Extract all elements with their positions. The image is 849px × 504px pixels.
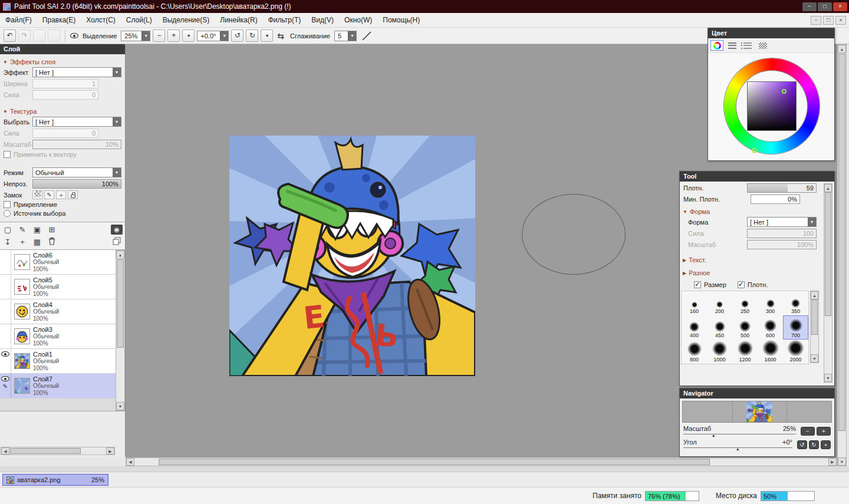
blend-mode-dropdown[interactable]: Обычный▼	[32, 167, 121, 177]
texture-scale-slider[interactable]: 10%	[32, 140, 121, 149]
scroll-up-icon[interactable]: ▲	[811, 291, 818, 299]
menu-линейка[interactable]: Линейка(R)	[215, 14, 262, 27]
delete-layer-icon[interactable]	[47, 237, 57, 247]
texture-section[interactable]: ▼Текстура	[3, 108, 122, 115]
menu-выделение[interactable]: Выделение(S)	[157, 14, 215, 27]
rgb-sliders-tab[interactable]	[726, 40, 739, 51]
zoom-reset-button[interactable]: ▪	[182, 29, 195, 42]
layer-visibility-toggle[interactable]	[0, 299, 11, 324]
chevron-down-icon[interactable]: ▼	[113, 68, 121, 77]
invert-selection-button[interactable]	[48, 29, 60, 42]
brush-size-300[interactable]: 300	[758, 291, 783, 315]
selection-source-radio[interactable]	[4, 210, 11, 217]
effect-width-field[interactable]: 1	[32, 79, 98, 88]
lock-paint-icon[interactable]: ✎	[44, 190, 54, 199]
redo-button[interactable]: ↷	[18, 29, 31, 42]
scroll-up-icon[interactable]: ▲	[116, 251, 124, 259]
texture-strength-field[interactable]: 0	[32, 129, 98, 138]
canvas-vertical-scrollbar[interactable]: ▲ ▼	[837, 44, 847, 466]
brush-size-1000[interactable]: 1000	[707, 340, 732, 364]
add-icon[interactable]: +	[17, 238, 28, 246]
brush-size-500[interactable]: 500	[732, 315, 758, 340]
scroll-right-icon[interactable]: ▶	[828, 458, 837, 466]
window-minimize-button[interactable]: −	[802, 2, 817, 11]
canvas-image[interactable]	[229, 136, 475, 376]
brush-size-600[interactable]: 600	[758, 315, 783, 340]
window-close-button[interactable]: ×	[833, 2, 847, 11]
document-restore-button[interactable]: □	[823, 16, 834, 25]
brush-size-250[interactable]: 250	[732, 291, 758, 315]
navigator-scale-slider[interactable]: ▲	[683, 433, 796, 437]
hsv-sliders-tab[interactable]	[741, 40, 754, 51]
brush-size-350[interactable]: 350	[783, 291, 808, 315]
brush-size-1600[interactable]: 1600	[758, 340, 783, 364]
shape-dropdown[interactable]: [ Нет ]▼	[747, 217, 817, 227]
lock-move-icon[interactable]: ＋	[56, 190, 66, 199]
window-maximize-button[interactable]: □	[818, 2, 832, 11]
canvas-horizontal-scrollbar[interactable]: ◀ ▶	[126, 457, 837, 466]
scrollbar-thumb[interactable]	[825, 192, 831, 316]
shape-scale-slider[interactable]: 100%	[747, 240, 817, 249]
layer-effects-section[interactable]: ▼Эффекты слоя	[3, 58, 122, 65]
new-layer-icon[interactable]: ▢	[2, 225, 13, 234]
menu-правка[interactable]: Правка(E)	[37, 14, 81, 27]
texture-tool-section[interactable]: ▶Текст.	[683, 256, 817, 263]
flip-horizontal-icon[interactable]: ⇆	[277, 31, 284, 41]
scroll-down-icon[interactable]: ▼	[838, 457, 846, 466]
lock-all-icon[interactable]	[68, 190, 78, 199]
brush-size-160[interactable]: 160	[682, 291, 707, 315]
brush-size-200[interactable]: 200	[707, 291, 732, 315]
slider-marker-icon[interactable]: ▲	[736, 447, 740, 451]
texture-dropdown[interactable]: [ Нет ]▼	[32, 117, 121, 127]
scrollbar-thumb[interactable]	[159, 459, 710, 465]
layer-row-sloy1[interactable]: Слой1 Обычный 100%	[0, 349, 116, 374]
eye-icon[interactable]	[1, 376, 9, 381]
layer-visibility-toggle[interactable]	[0, 275, 11, 299]
menu-файл[interactable]: Файл(F)	[0, 14, 37, 27]
color-wheel-tab[interactable]	[710, 40, 723, 51]
menu-слой[interactable]: Слой(L)	[121, 14, 157, 27]
layer-row-sloy3[interactable]: Слой3 Обычный 100%	[0, 324, 116, 349]
document-minimize-button[interactable]: −	[811, 16, 821, 25]
navigator-rotate-reset-button[interactable]: ▪	[821, 440, 831, 449]
menu-помощь[interactable]: Помощь(H)	[377, 14, 425, 27]
scrollbar-thumb[interactable]	[811, 299, 818, 335]
effect-dropdown[interactable]: [ Нет ]▼	[32, 67, 121, 77]
undo-button[interactable]: ↶	[4, 29, 16, 42]
navigator-angle-slider[interactable]: ▲	[683, 446, 792, 451]
effect-strength-field[interactable]: 0	[32, 90, 98, 100]
menu-фильтр[interactable]: Фильтр(T)	[263, 14, 307, 27]
slider-marker-icon[interactable]: ▲	[712, 433, 716, 437]
navigator-zoom-out-button[interactable]: −	[801, 427, 815, 436]
menu-холст[interactable]: Холст(C)	[81, 14, 120, 27]
scrollbar-thumb[interactable]	[117, 259, 124, 348]
brush-size-800[interactable]: 800	[682, 340, 707, 364]
new-folder-icon[interactable]: ▣	[32, 225, 42, 234]
menu-вид[interactable]: Вид(V)	[306, 14, 339, 27]
brush-size-450[interactable]: 450	[707, 315, 732, 340]
scroll-down-icon[interactable]: ▼	[116, 402, 124, 410]
apply-to-vector-checkbox[interactable]	[4, 151, 11, 158]
chevron-down-icon[interactable]: ▼	[113, 117, 121, 126]
layer-visibility-toggle[interactable]	[0, 349, 11, 373]
zoom-out-button[interactable]: −	[153, 29, 165, 42]
deselect-button[interactable]	[33, 29, 45, 42]
rotate-cw-button[interactable]: ↻	[246, 29, 258, 42]
zoom-combo[interactable]: 25% ▼	[121, 31, 150, 41]
misc-section[interactable]: ▶Разное	[683, 269, 817, 276]
layer-panel-hscrollbar[interactable]: ◀ ▶	[1, 447, 115, 455]
transform-icon[interactable]: ⊞	[47, 225, 57, 234]
new-vector-layer-icon[interactable]: ✎	[17, 225, 28, 234]
chevron-down-icon[interactable]: ▼	[808, 218, 816, 226]
angle-combo[interactable]: +0.0° ▼	[197, 31, 229, 41]
scroll-left-icon[interactable]: ◀	[1, 447, 9, 454]
navigator-rotate-ccw-button[interactable]: ↺	[797, 440, 807, 449]
brush-grid-scrollbar[interactable]: ▲ ▼	[810, 291, 819, 363]
layer-row-sloy6[interactable]: Слой6 Обычный 100%	[0, 250, 116, 275]
shape-strength-slider[interactable]: 100	[747, 229, 817, 238]
layer-list-scrollbar[interactable]: ▲ ▼	[116, 250, 125, 411]
zoom-in-button[interactable]: +	[167, 29, 180, 42]
menu-окно[interactable]: Окно(W)	[339, 14, 377, 27]
layer-visibility-toggle[interactable]	[0, 324, 11, 348]
scroll-right-icon[interactable]: ▶	[106, 447, 114, 454]
